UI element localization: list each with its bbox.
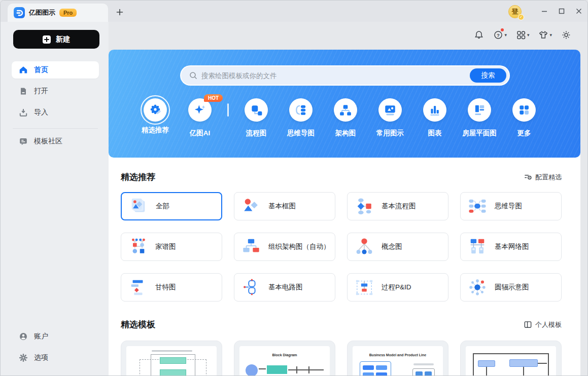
featured-card-grid: 全部 基本框图 基本流程图	[121, 192, 562, 302]
template-thumbnail[interactable]	[121, 341, 222, 376]
card-radial-diagram[interactable]: 圆辐示意图	[460, 273, 562, 302]
radial-diagram-icon	[468, 278, 487, 297]
category-more[interactable]: 更多	[502, 98, 546, 138]
card-family-tree[interactable]: 家谱图	[121, 233, 222, 261]
org-structure-icon	[339, 103, 352, 117]
sidebar-item-account[interactable]: 账户	[12, 328, 99, 345]
floor-plan-icon	[473, 103, 486, 117]
minimize-button[interactable]	[536, 4, 553, 19]
chevron-down-icon: ▾	[504, 32, 507, 37]
card-mindmap[interactable]: 思维导图	[460, 192, 562, 220]
window-controls	[536, 1, 587, 22]
layout-icon	[524, 320, 532, 329]
sidebar-divider	[13, 128, 98, 129]
concept-map-icon	[355, 237, 374, 256]
main-panel: 搜索 精选推荐 HOT	[109, 50, 580, 375]
mindmap-icon	[294, 103, 307, 117]
category-separator	[227, 103, 229, 117]
search-bar[interactable]: 搜索	[180, 65, 510, 86]
ai-sparkle-icon	[193, 103, 206, 117]
new-tab-button[interactable]	[114, 7, 125, 18]
import-icon	[19, 108, 28, 117]
card-basic-circuit[interactable]: 基本电路图	[234, 273, 335, 302]
svg-text:?: ?	[497, 32, 500, 38]
plus-icon	[43, 35, 51, 44]
shirt-icon	[538, 30, 548, 40]
home-icon	[19, 65, 28, 74]
template-thumbnail[interactable]: Block Diagram	[234, 341, 335, 376]
top-toolbar: ? ▾ ▾ ▾	[473, 29, 572, 41]
new-document-button[interactable]: 新建	[13, 30, 99, 49]
category-architecture[interactable]: 架构图	[323, 98, 368, 138]
card-process-pid[interactable]: 过程P&ID	[347, 273, 448, 302]
maximize-button[interactable]	[553, 4, 570, 19]
thumbnail-title: Block Diagram	[239, 353, 330, 357]
sidebar-item-home[interactable]: 首页	[12, 61, 99, 79]
thumbnail-title: Business Model and Product Line	[353, 353, 443, 357]
category-flowchart[interactable]: 流程图	[234, 98, 279, 138]
category-mindmap[interactable]: 思维导图	[279, 98, 323, 138]
personal-templates-button[interactable]: 个人模板	[524, 320, 562, 329]
more-grid-icon	[517, 103, 531, 117]
category-featured[interactable]: 精选推荐	[133, 98, 178, 135]
templates-section-header: 精选模板 个人模板	[121, 319, 562, 330]
chevron-down-icon: ▾	[549, 32, 552, 37]
card-basic-frame[interactable]: 基本框图	[234, 192, 335, 220]
apps-button[interactable]: ▾	[515, 29, 531, 41]
theme-button[interactable]: ▾	[537, 29, 553, 41]
flowchart-icon	[250, 103, 263, 117]
notification-dot	[501, 28, 504, 31]
basic-network-icon	[468, 237, 487, 256]
account-icon	[19, 332, 28, 341]
sidebar-item-options[interactable]: 选项	[12, 349, 99, 366]
category-charts[interactable]: 图表	[412, 98, 457, 138]
plus-icon	[116, 9, 123, 16]
process-pid-icon	[355, 278, 374, 297]
pro-badge: Pro	[59, 9, 77, 17]
card-gantt[interactable]: 甘特图	[121, 273, 222, 302]
notifications-button[interactable]	[473, 29, 485, 41]
bell-icon	[474, 30, 484, 40]
configure-featured-button[interactable]: 配置精选	[524, 173, 562, 182]
card-org-chart-auto[interactable]: 组织架构图（自动）	[234, 233, 335, 261]
gear-icon	[561, 30, 571, 40]
category-edraw-ai[interactable]: HOT 亿图AI	[178, 98, 222, 138]
app-logo-icon	[14, 7, 25, 18]
chevron-down-icon: ▾	[527, 32, 530, 37]
configure-icon	[524, 173, 532, 181]
sidebar-item-open[interactable]: 打开	[12, 83, 99, 100]
category-row: 精选推荐 HOT 亿图AI	[133, 98, 546, 138]
sidebar: 新建 首页 打开 导入	[1, 22, 109, 375]
family-tree-icon	[128, 237, 148, 256]
card-basic-flowchart[interactable]: 基本流程图	[347, 192, 448, 220]
settings-button[interactable]	[560, 29, 572, 41]
basic-circuit-icon	[241, 278, 261, 297]
card-concept-map[interactable]: 概念图	[347, 233, 448, 261]
template-thumbnail[interactable]: Business Model and Product Line	[347, 341, 448, 376]
community-icon	[19, 137, 28, 146]
category-floor-plan[interactable]: 房屋平面图	[457, 98, 502, 138]
search-button[interactable]: 搜索	[470, 68, 506, 83]
shapes-image-icon	[384, 103, 397, 117]
help-button[interactable]: ? ▾	[492, 29, 508, 41]
search-icon	[189, 71, 197, 80]
card-all-templates[interactable]: 全部	[121, 192, 222, 220]
template-thumbnails: Block Diagram Business Model and Product…	[121, 341, 562, 376]
featured-section-header: 精选推荐 配置精选	[121, 171, 562, 183]
sidebar-item-template-community[interactable]: 模板社区	[12, 133, 99, 150]
sidebar-item-import[interactable]: 导入	[12, 104, 99, 121]
user-avatar[interactable]: 登 ✓	[508, 5, 523, 19]
app-tab[interactable]: 亿图图示 Pro	[8, 4, 108, 22]
sidebar-footer: 账户 选项	[12, 324, 99, 366]
bar-chart-icon	[428, 103, 441, 117]
sidebar-nav: 首页 打开 导入 模板社区	[12, 57, 99, 150]
hero-banner: 搜索 精选推荐 HOT	[109, 50, 580, 158]
basic-frame-icon	[241, 197, 261, 216]
template-thumbnail[interactable]	[460, 341, 562, 376]
basic-flowchart-icon	[355, 197, 374, 216]
category-common-diagrams[interactable]: 常用图示	[368, 98, 412, 138]
card-basic-network[interactable]: 基本网络图	[460, 233, 562, 261]
app-title: 亿图图示	[29, 8, 55, 17]
search-input[interactable]	[201, 72, 470, 80]
close-button[interactable]	[570, 4, 587, 19]
